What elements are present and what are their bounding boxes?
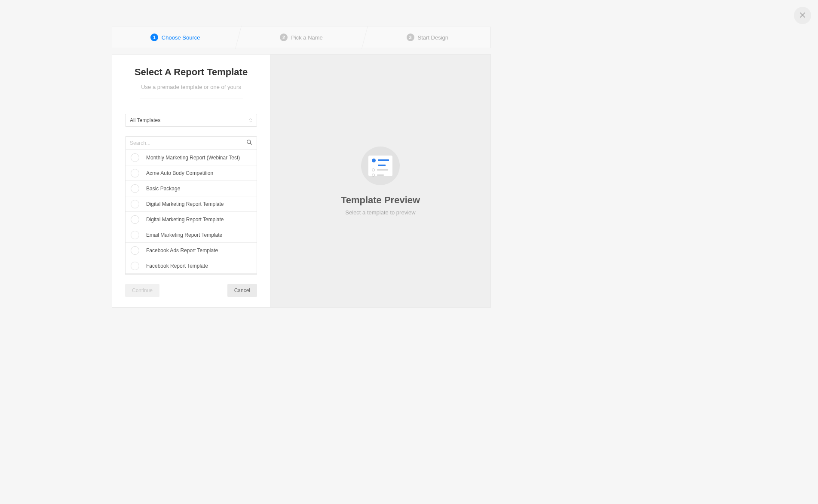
- template-preview-panel: Template Preview Select a template to pr…: [270, 55, 490, 307]
- template-row-label: Facebook Ads Report Template: [146, 247, 218, 254]
- cancel-button[interactable]: Cancel: [227, 284, 257, 297]
- step-number: 3: [407, 34, 414, 41]
- radio-icon: [131, 153, 139, 162]
- svg-line-3: [250, 143, 252, 145]
- document-icon: [368, 156, 392, 176]
- wizard-body: Select A Report Template Use a premade t…: [112, 54, 491, 308]
- template-row-label: Acme Auto Body Competition: [146, 170, 213, 176]
- radio-icon: [131, 200, 139, 208]
- step-label: Start Design: [418, 34, 449, 41]
- continue-button[interactable]: Continue: [125, 284, 159, 297]
- template-row-label: Basic Package: [146, 186, 180, 192]
- template-row-label: Monthly Marketing Report (Webinar Test): [146, 155, 240, 161]
- search-icon: [246, 139, 252, 147]
- radio-icon: [131, 246, 139, 255]
- template-selection-panel: Select A Report Template Use a premade t…: [112, 55, 270, 307]
- wizard: 1 Choose Source 2 Pick a Name 3 Start De…: [112, 27, 491, 308]
- template-row[interactable]: Digital Marketing Report Template: [126, 196, 257, 212]
- close-button[interactable]: [794, 7, 811, 24]
- radio-icon: [131, 215, 139, 224]
- radio-icon: [131, 231, 139, 239]
- dropdown-selected-label: All Templates: [130, 117, 160, 123]
- template-row[interactable]: Facebook Report Template: [126, 258, 257, 274]
- template-filter-dropdown[interactable]: All Templates: [125, 114, 257, 127]
- panel-subtitle: Use a premade template or one of yours: [140, 84, 243, 98]
- radio-icon: [131, 184, 139, 193]
- close-icon: [799, 11, 806, 20]
- step-start-design[interactable]: 3 Start Design: [365, 34, 490, 41]
- template-row-label: Digital Marketing Report Template: [146, 217, 224, 223]
- template-row-label: Facebook Report Template: [146, 263, 208, 269]
- template-row[interactable]: Acme Auto Body Competition: [126, 165, 257, 181]
- template-row[interactable]: Monthly Marketing Report (Webinar Test): [126, 150, 257, 165]
- template-row[interactable]: Email Marketing Report Template: [126, 227, 257, 243]
- chevron-updown-icon: [249, 118, 252, 122]
- step-number: 1: [150, 34, 158, 41]
- step-choose-source[interactable]: 1 Choose Source: [112, 34, 238, 41]
- step-label: Choose Source: [162, 34, 200, 41]
- template-row[interactable]: Facebook Ads Report Template: [126, 243, 257, 258]
- preview-placeholder-icon: [361, 147, 400, 185]
- preview-subtitle: Select a template to preview: [345, 209, 415, 216]
- step-number: 2: [280, 34, 288, 41]
- template-row[interactable]: Basic Package: [126, 181, 257, 196]
- template-list[interactable]: Monthly Marketing Report (Webinar Test)A…: [125, 150, 257, 275]
- radio-icon: [131, 262, 139, 270]
- template-row[interactable]: Digital Marketing Report Template: [126, 212, 257, 227]
- template-row-label: Email Marketing Report Template: [146, 232, 222, 238]
- preview-title: Template Preview: [341, 195, 420, 206]
- search-input[interactable]: [130, 140, 243, 146]
- panel-title: Select A Report Template: [125, 67, 257, 78]
- step-label: Pick a Name: [291, 34, 323, 41]
- step-pick-a-name[interactable]: 2 Pick a Name: [238, 34, 364, 41]
- step-bar: 1 Choose Source 2 Pick a Name 3 Start De…: [112, 27, 491, 48]
- template-row-label: Digital Marketing Report Template: [146, 201, 224, 207]
- radio-icon: [131, 169, 139, 177]
- template-row[interactable]: Google Ads Report Template: [126, 274, 257, 275]
- template-search[interactable]: [125, 136, 257, 150]
- panel-actions: Continue Cancel: [125, 284, 257, 297]
